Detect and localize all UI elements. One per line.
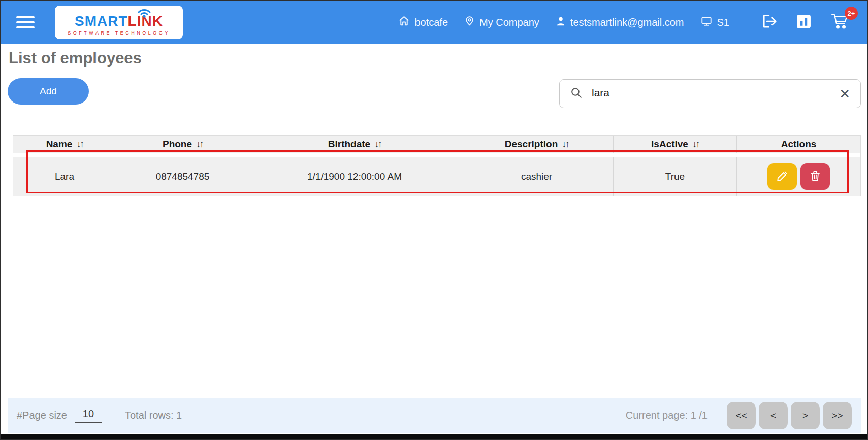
monitor-icon [700, 16, 713, 29]
table-header-row: Name↓↑ Phone↓↑ Birthdate↓↑ Description↓↑… [13, 136, 860, 153]
logout-button[interactable] [762, 14, 777, 30]
cart-badge: 2+ [845, 7, 858, 20]
trash-icon [809, 170, 821, 184]
table-footer: #Page size Total rows: 1 Current page: 1… [8, 398, 861, 433]
column-header-isactive[interactable]: IsActive↓↑ [614, 136, 737, 153]
statistics-button[interactable] [796, 14, 811, 31]
sort-icon: ↓↑ [562, 139, 568, 150]
column-header-description[interactable]: Description↓↑ [460, 136, 614, 153]
search-icon [570, 86, 583, 101]
current-page-label: Current page: 1 /1 [626, 410, 708, 421]
page-size-label: #Page size [17, 410, 67, 421]
search-input[interactable] [591, 84, 832, 104]
add-button[interactable]: Add [8, 78, 89, 105]
bar-chart-icon [796, 14, 811, 31]
sort-icon: ↓↑ [374, 139, 381, 150]
home-icon [398, 15, 410, 29]
edit-button[interactable] [767, 163, 797, 190]
search-box: ✕ [559, 79, 861, 108]
logout-icon [762, 14, 777, 30]
account-menu-item[interactable]: testsmartlink@gmail.com [556, 16, 684, 29]
clear-search-icon[interactable]: ✕ [839, 87, 850, 100]
bottom-taskbar [1, 434, 867, 439]
top-navigation-bar: SMARTLINK SOFTWARE TECHNOLOGY botcafe [1, 1, 867, 44]
cell-isactive: True [614, 157, 737, 196]
cell-birthdate: 1/1/1900 12:00:00 AM [249, 157, 460, 196]
cart-button[interactable]: 2+ [830, 13, 850, 32]
topbar-right-cluster: botcafe My Company testsmartlink@gmai [382, 13, 850, 32]
app-window: SMARTLINK SOFTWARE TECHNOLOGY botcafe [0, 0, 868, 440]
location-pin-icon [464, 15, 475, 29]
sort-icon: ↓↑ [196, 139, 203, 150]
logo-subtitle: SOFTWARE TECHNOLOGY [68, 30, 170, 36]
column-header-name[interactable]: Name↓↑ [13, 136, 116, 153]
total-rows-label: Total rows: 1 [125, 410, 182, 421]
table-row[interactable]: Lara 0874854785 1/1/1900 12:00:00 AM cas… [13, 157, 860, 196]
sort-icon: ↓↑ [692, 139, 699, 150]
user-icon [556, 16, 566, 29]
employees-table: Name↓↑ Phone↓↑ Birthdate↓↑ Description↓↑… [13, 135, 861, 196]
pencil-icon [776, 170, 789, 184]
company-menu-item[interactable]: My Company [464, 15, 539, 29]
last-page-button[interactable]: >> [823, 402, 852, 429]
wifi-icon [136, 7, 152, 20]
column-header-actions: Actions [737, 136, 860, 153]
page-size-input[interactable] [75, 408, 102, 423]
delete-button[interactable] [800, 163, 830, 190]
smartlink-logo: SMARTLINK SOFTWARE TECHNOLOGY [55, 6, 183, 39]
column-header-phone[interactable]: Phone↓↑ [116, 136, 249, 153]
menu-icon[interactable] [16, 13, 35, 31]
store-menu-item[interactable]: botcafe [398, 15, 448, 29]
column-header-birthdate[interactable]: Birthdate↓↑ [249, 136, 460, 153]
pagination-controls: Current page: 1 /1 << < > >> [626, 402, 852, 429]
next-page-button[interactable]: > [791, 402, 820, 429]
previous-page-button[interactable]: < [759, 402, 788, 429]
cell-name: Lara [13, 157, 116, 196]
page-title: List of employees [9, 49, 142, 67]
sort-icon: ↓↑ [76, 139, 83, 150]
cell-actions [737, 157, 860, 196]
station-menu-item[interactable]: S1 [700, 16, 729, 29]
first-page-button[interactable]: << [727, 402, 756, 429]
cell-description: cashier [460, 157, 614, 196]
cell-phone: 0874854785 [116, 157, 249, 196]
